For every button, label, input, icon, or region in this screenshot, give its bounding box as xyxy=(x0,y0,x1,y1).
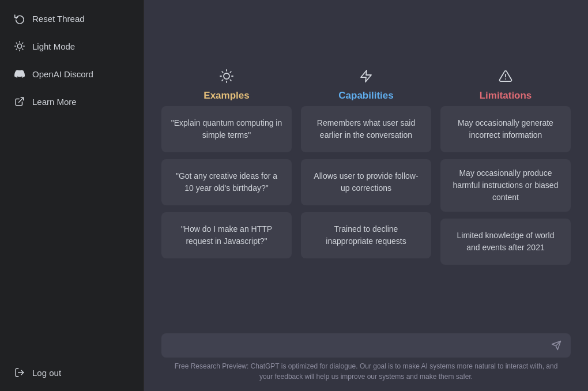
sidebar: Reset Thread Light Mode OpenAI Discord xyxy=(0,0,144,391)
sidebar-item-label-reset: Reset Thread xyxy=(32,14,85,24)
svg-point-0 xyxy=(17,44,22,48)
svg-line-9 xyxy=(19,97,24,102)
svg-line-3 xyxy=(16,43,17,43)
capability-card-3: Trained to decline inappropriate request… xyxy=(301,212,431,258)
sidebar-item-label-light-mode: Light Mode xyxy=(32,42,75,51)
example-card-2[interactable]: "Got any creative ideas for a 10 year ol… xyxy=(161,159,292,205)
sidebar-item-learn-more[interactable]: Learn More xyxy=(5,89,139,114)
svg-line-7 xyxy=(16,49,17,50)
sidebar-item-reset-thread[interactable]: Reset Thread xyxy=(5,6,139,31)
examples-column: Examples "Explain quantum computing in s… xyxy=(161,69,292,265)
send-icon xyxy=(551,340,561,351)
main-content: Examples "Explain quantum computing in s… xyxy=(144,0,588,391)
logout-icon xyxy=(14,367,25,378)
grid-area: Examples "Explain quantum computing in s… xyxy=(144,0,588,328)
svg-line-14 xyxy=(222,72,223,72)
reset-icon xyxy=(14,13,25,24)
message-input[interactable] xyxy=(169,341,545,351)
capabilities-title: Capabilities xyxy=(301,90,431,101)
svg-line-18 xyxy=(222,80,223,80)
input-area: Free Research Preview: ChatGPT is optimi… xyxy=(144,328,588,391)
capabilities-icon xyxy=(301,69,431,87)
example-card-1[interactable]: "Explain quantum computing in simple ter… xyxy=(161,106,292,152)
examples-header: Examples xyxy=(161,69,292,101)
columns-grid: Examples "Explain quantum computing in s… xyxy=(161,69,571,265)
capabilities-header: Capabilities xyxy=(301,69,431,101)
limitation-card-1: May occasionally generate incorrect info… xyxy=(440,106,571,152)
examples-icon xyxy=(161,69,292,87)
sidebar-item-log-out[interactable]: Log out xyxy=(5,360,139,385)
svg-line-8 xyxy=(22,43,23,43)
limitations-header: Limitations xyxy=(440,69,571,101)
send-button[interactable] xyxy=(550,339,563,352)
capability-card-2: Allows user to provide follow-up correct… xyxy=(301,159,431,205)
footer-text: Free Research Preview: ChatGPT is optimi… xyxy=(161,358,571,388)
external-link-icon xyxy=(14,96,25,107)
svg-point-11 xyxy=(224,73,229,79)
svg-line-19 xyxy=(230,72,231,72)
limitations-icon xyxy=(440,69,571,87)
sun-icon xyxy=(14,40,25,52)
sidebar-item-openai-discord[interactable]: OpenAI Discord xyxy=(5,61,139,87)
example-card-3[interactable]: "How do I make an HTTP request in Javasc… xyxy=(161,212,292,258)
limitation-card-3: Limited knowledge of world and events af… xyxy=(440,219,571,265)
limitations-title: Limitations xyxy=(440,90,571,101)
svg-line-4 xyxy=(22,49,23,50)
sidebar-item-light-mode[interactable]: Light Mode xyxy=(5,33,139,59)
discord-icon xyxy=(14,68,25,80)
limitation-card-2: May occasionally produce harmful instruc… xyxy=(440,159,571,212)
input-row xyxy=(161,333,571,358)
svg-marker-20 xyxy=(361,70,371,82)
capabilities-column: Capabilities Remembers what user said ea… xyxy=(301,69,431,265)
capability-card-1: Remembers what user said earlier in the … xyxy=(301,106,431,152)
sidebar-item-label-learn-more: Learn More xyxy=(32,97,77,107)
sidebar-item-label-logout: Log out xyxy=(32,368,61,378)
sidebar-item-label-discord: OpenAI Discord xyxy=(32,69,93,79)
limitations-column: Limitations May occasionally generate in… xyxy=(440,69,571,265)
svg-line-15 xyxy=(230,80,231,80)
examples-title: Examples xyxy=(161,90,292,101)
